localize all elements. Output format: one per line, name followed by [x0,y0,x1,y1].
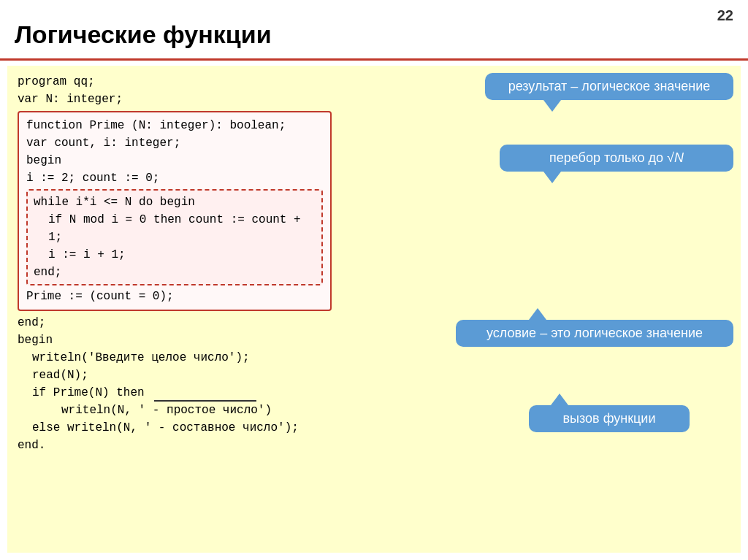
callout-condition: условие – это логическое значение [456,320,733,347]
main-line-7: end. [18,437,730,454]
main-area: program qq; var N: integer; function Pri… [7,66,741,553]
while-line-1: while i*i <= N do begin [34,193,316,211]
callout-loop: перебор только до √N [500,145,733,172]
func-line-2: var count, i: integer; [26,134,323,152]
callout-result: результат – логическое значение [485,73,733,100]
func-line-4: i := 2; count := 0; [26,169,323,187]
func-line-3: begin [26,152,323,169]
page-title: Логические функции [15,20,272,49]
while-line-4: end; [34,264,316,281]
while-line-2: if N mod i = 0 then count := count + 1; [34,211,316,246]
code-block: program qq; var N: integer; function Pri… [18,73,730,454]
title-underline [0,58,748,61]
func-line-1: function Prime (N: integer): boolean; [26,117,323,134]
main-line-2: writeln('Введите целое число'); [18,349,730,367]
while-line-3: i := i + 1; [34,246,316,264]
callout-function-call: вызов функции [529,405,690,432]
main-line-3: read(N); [18,367,730,384]
main-line-4: if Prime(N) then [18,384,730,402]
page-number: 22 [717,7,733,24]
func-line-5: Prime := (count = 0); [26,288,323,305]
